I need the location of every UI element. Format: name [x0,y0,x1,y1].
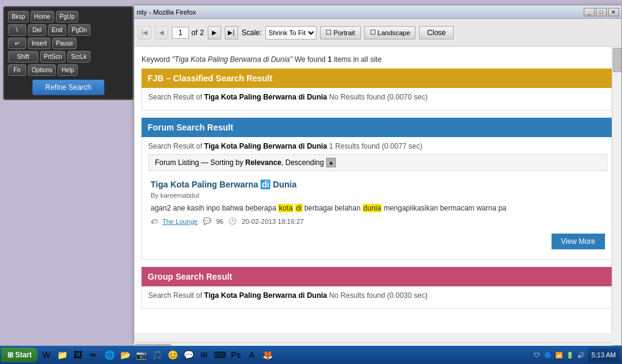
listing-label: Forum Listing — Sorting by Relevance, De… [155,158,324,167]
group-section-body: Search Result of Tiga Kota Paling Berwar… [142,286,614,309]
close-button[interactable]: ✕ [608,8,619,16]
key-help[interactable]: Help [58,64,78,76]
nav-first-button[interactable]: |◀ [138,26,151,39]
key-fn[interactable]: Fn [8,64,26,76]
page-info: 1 of 2 [172,27,204,39]
taskbar-chat-icon[interactable]: 💬 [181,348,196,362]
taskbar-word-icon[interactable]: W [39,348,53,362]
maximize-button[interactable]: □ [596,8,607,16]
key-prtscn[interactable]: PrtScn [40,51,66,62]
post-title-highlight-di: di [261,180,270,189]
keyword-bar: Keyword "Tiga Kota Paling Berwarna di Du… [142,53,614,69]
tray-volume-icon[interactable]: 🔊 [576,350,586,360]
forum-listing-bar: Forum Listing — Sorting by Relevance, De… [148,154,607,171]
key-end[interactable]: End [48,24,66,36]
forum-result-count: 1 Results found (0.0077 sec) [327,142,423,150]
scale-label: Scale: [242,29,262,37]
close-print-button[interactable]: Close [419,26,454,39]
browser-window: nity - Mozilla Firefox _ □ ✕ |◀ ◀ 1 of 2… [134,5,622,346]
highlight-kota: kota [278,204,293,212]
taskbar-right: 🛡 🔵 📶 🔋 🔊 5:13 AM [532,348,622,362]
key-pause[interactable]: Pause [52,38,77,49]
key-enter[interactable]: ↵ [8,38,26,49]
nav-last-button[interactable]: ▶| [225,26,238,39]
taskbar-left: ⊞ Start W 📁 🖼 ✏ 🌐 📂 📷 🎵 😊 💬 ✉ ⌨ Ps A 🦊 [0,348,275,362]
fjb-no-result: No Results found (0.0070 sec) [327,93,428,101]
view-more-button[interactable]: View More [552,234,605,249]
tag-icon: 🏷 [151,218,157,225]
group-result-text: Search Result of Tiga Kota Paling Berwar… [148,291,607,300]
taskbar: ⊞ Start W 📁 🖼 ✏ 🌐 📂 📷 🎵 😊 💬 ✉ ⌨ Ps A 🦊 🛡… [0,346,622,364]
minimize-button[interactable]: _ [584,8,595,16]
taskbar-photo-icon[interactable]: 🖼 [70,348,85,362]
taskbar-firefox-icon[interactable]: 🦊 [260,348,275,362]
taskbar-paint-icon[interactable]: ✏ [86,348,101,362]
tray-battery-icon[interactable]: 🔋 [565,350,575,360]
group-section-header: Group Search Result [142,267,614,286]
page-total: 2 [200,29,204,37]
key-row-5: Fn Options Help [8,64,129,76]
key-row-4: Shift PrtScn ScrLk [8,51,129,62]
portrait-button[interactable]: ☐ Portrait [320,26,360,39]
landscape-button[interactable]: ☐ Landscape [364,26,416,39]
post-tag-link[interactable]: The Lounge [162,218,198,225]
key-bksp[interactable]: Bksp [8,11,29,22]
taskbar-folder-icon[interactable]: 📁 [55,348,69,362]
key-pgup[interactable]: PgUp [56,11,78,22]
keyword-prefix: Keyword [142,55,172,64]
key-shift[interactable]: Shift [8,51,38,62]
taskbar-mail-icon[interactable]: ✉ [197,348,211,362]
nav-prev-button[interactable]: ◀ [155,26,168,39]
keyboard-overlay: Bksp Home PgUp \ Del End PgDn ↵ Insert P… [3,6,134,100]
refine-search-button[interactable]: Refine Search [32,79,104,95]
taskbar-emoji-icon[interactable]: 😊 [165,348,180,362]
key-home[interactable]: Home [30,11,54,22]
forum-prefix: Search Result of [148,142,204,150]
key-insert[interactable]: Insert [28,38,50,49]
post-title-text1: Tiga Kota Paling Berwarna [151,180,261,189]
post-date: 20-02-2013 18:16:27 [242,218,304,225]
portrait-icon: ☐ [326,29,332,36]
sort-toggle-button[interactable]: ▲ [326,158,336,167]
page-number-input[interactable]: 1 [172,27,189,39]
forum-post-result: Tiga Kota Paling Berwarna di Dunia By ka… [148,176,607,229]
forum-section-header: Forum Search Result [142,118,614,137]
fjb-section-body: Search Result of Tiga Kota Paling Berwar… [142,88,614,110]
refine-btn-area: Refine Search [8,79,129,95]
tray-network-icon[interactable]: 📶 [554,350,564,360]
key-del[interactable]: Del [28,24,46,36]
date-icon: 🕐 [228,217,237,225]
tray-bluetooth-icon[interactable]: 🔵 [543,350,553,360]
post-title[interactable]: Tiga Kota Paling Berwarna di Dunia [151,180,605,189]
landscape-label: Landscape [378,29,411,36]
comment-icon: 💬 [203,217,211,225]
scroll-track[interactable] [612,47,621,333]
key-options[interactable]: Options [28,64,56,76]
start-button[interactable]: ⊞ Start [1,348,38,362]
tray-security-icon[interactable]: 🛡 [532,350,542,360]
post-excerpt: agan2 ane kasih inpo bahwa beberapa kota… [151,203,605,214]
taskbar-music-icon[interactable]: 🎵 [149,348,164,362]
key-pgdn[interactable]: PgDn [68,24,91,36]
post-author-prefix: By [151,192,160,199]
post-author: By kareemabdul [151,192,605,199]
taskbar-camera-icon[interactable]: 📷 [134,348,148,362]
taskbar-files-icon[interactable]: 📂 [118,348,132,362]
content-area: Keyword "Tiga Kota Paling Berwarna di Du… [134,47,621,333]
taskbar-adobe-icon[interactable]: A [244,348,259,362]
taskbar-icons: W 📁 🖼 ✏ 🌐 📂 📷 🎵 😊 💬 ✉ ⌨ Ps A 🦊 [39,348,275,362]
post-author-name[interactable]: kareemabdul [160,192,199,199]
scale-select[interactable]: Shrink To Fit 50% 75% 100% [265,26,316,39]
keyword-value: "Tiga Kota Paling Berwarna di Dunia" [172,55,293,64]
taskbar-keyboard-icon[interactable]: ⌨ [213,348,227,362]
fjb-result-text: Search Result of Tiga Kota Paling Berwar… [148,93,607,101]
forum-keyword: Tiga Kota Paling Berwarna di Dunia [204,142,327,150]
scroll-thumb[interactable] [613,48,621,72]
key-backslash[interactable]: \ [8,24,26,36]
taskbar-ps-icon[interactable]: Ps [228,348,243,362]
key-scrlk[interactable]: ScrLk [67,51,91,62]
nav-next-button[interactable]: ▶ [208,26,221,39]
taskbar-ie-icon[interactable]: 🌐 [102,348,117,362]
comment-count: 96 [216,218,224,225]
windows-icon: ⊞ [7,351,13,359]
